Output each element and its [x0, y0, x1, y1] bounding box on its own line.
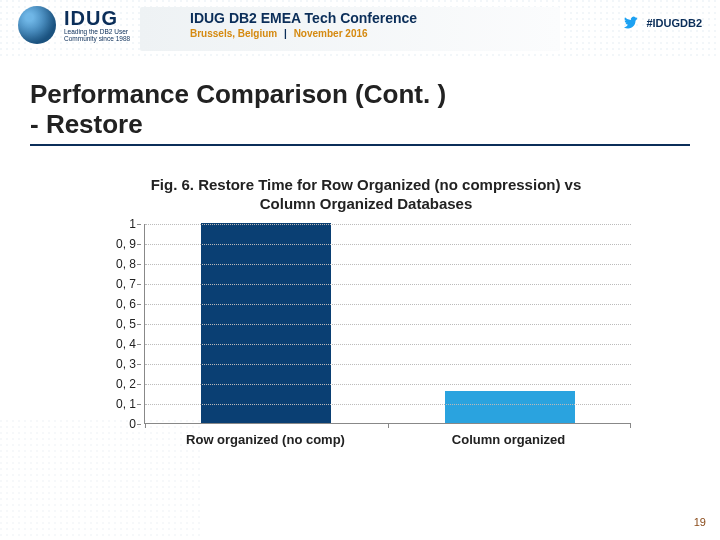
- grid-line: [145, 224, 631, 225]
- slide-root: IDUG Leading the DB2 User Community sinc…: [0, 0, 720, 540]
- chart-title: Fig. 6. Restore Time for Row Organized (…: [96, 176, 636, 224]
- title-underline: [30, 144, 690, 146]
- logo-text-wrap: IDUG Leading the DB2 User Community sinc…: [64, 8, 130, 42]
- globe-icon: [18, 6, 56, 44]
- x-tick: [630, 423, 631, 428]
- conference-subtitle: Brussels, Belgium | November 2016: [190, 28, 417, 39]
- y-tick-mark: [137, 384, 141, 385]
- conference-city: Brussels, Belgium: [190, 28, 277, 39]
- logo-tagline-2: Community since 1988: [64, 35, 130, 42]
- y-tick-mark: [137, 344, 141, 345]
- y-tick-mark: [137, 304, 141, 305]
- x-label-1: Column organized: [387, 432, 630, 447]
- y-tick-label: 0, 8: [116, 257, 136, 271]
- x-tick: [388, 423, 389, 428]
- y-tick-label: 1: [129, 217, 136, 231]
- y-tick-label: 0, 2: [116, 377, 136, 391]
- grid-line: [145, 324, 631, 325]
- conference-title-block: IDUG DB2 EMEA Tech Conference Brussels, …: [190, 10, 417, 39]
- plot-area: [144, 224, 630, 424]
- y-tick-label: 0, 1: [116, 397, 136, 411]
- y-tick-mark: [137, 324, 141, 325]
- grid-line: [145, 284, 631, 285]
- y-tick-label: 0, 3: [116, 357, 136, 371]
- y-tick-label: 0, 9: [116, 237, 136, 251]
- slide-header: IDUG Leading the DB2 User Community sinc…: [0, 0, 720, 56]
- hashtag-block: #IDUGDB2: [622, 16, 702, 30]
- twitter-bird-icon: [622, 16, 640, 30]
- y-tick-label: 0, 5: [116, 317, 136, 331]
- bar-row-organized: [201, 223, 331, 423]
- grid-line: [145, 404, 631, 405]
- y-tick-mark: [137, 404, 141, 405]
- conference-date: November 2016: [294, 28, 368, 39]
- y-tick-mark: [137, 224, 141, 225]
- y-tick-label: 0, 6: [116, 297, 136, 311]
- logo-tagline-1: Leading the DB2 User: [64, 28, 130, 35]
- chart-container: Fig. 6. Restore Time for Row Organized (…: [96, 176, 636, 434]
- y-tick-label: 0: [129, 417, 136, 431]
- x-axis-labels: Row organized (no comp) Column organized: [144, 432, 630, 447]
- slide-title-block: Performance Comparison (Cont. ) - Restor…: [30, 80, 690, 146]
- grid-line: [145, 364, 631, 365]
- grid-line: [145, 384, 631, 385]
- y-tick-label: 0, 4: [116, 337, 136, 351]
- separator: |: [284, 28, 287, 39]
- x-label-0: Row organized (no comp): [144, 432, 387, 447]
- grid-line: [145, 344, 631, 345]
- grid-line: [145, 264, 631, 265]
- grid-line: [145, 244, 631, 245]
- y-axis: 00, 10, 20, 30, 40, 50, 60, 70, 80, 91: [96, 224, 144, 424]
- y-tick-mark: [137, 264, 141, 265]
- y-tick-mark: [137, 364, 141, 365]
- slide-title-line1: Performance Comparison (Cont. ): [30, 80, 690, 110]
- conference-title: IDUG DB2 EMEA Tech Conference: [190, 10, 417, 26]
- y-tick-mark: [137, 424, 141, 425]
- idug-logo: IDUG Leading the DB2 User Community sinc…: [18, 6, 130, 44]
- slide-title-line2: - Restore: [30, 110, 690, 140]
- page-number: 19: [694, 516, 706, 528]
- y-tick-mark: [137, 244, 141, 245]
- bar-column-organized: [445, 391, 575, 423]
- y-tick-mark: [137, 284, 141, 285]
- grid-line: [145, 304, 631, 305]
- logo-title: IDUG: [64, 8, 130, 28]
- y-tick-label: 0, 7: [116, 277, 136, 291]
- hashtag-text: #IDUGDB2: [646, 17, 702, 29]
- x-tick: [145, 423, 146, 428]
- chart-plot: 00, 10, 20, 30, 40, 50, 60, 70, 80, 91 R…: [96, 224, 636, 434]
